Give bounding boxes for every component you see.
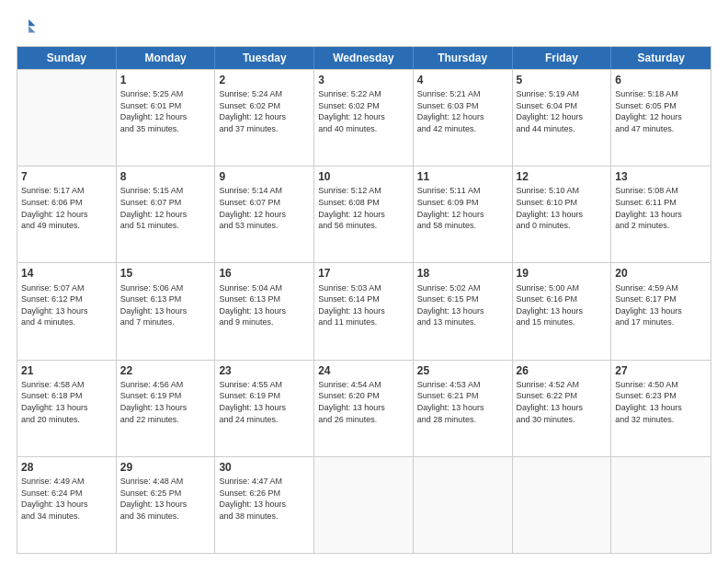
calendar-cell: 27Sunrise: 4:50 AM Sunset: 6:23 PM Dayli… [611,361,711,456]
day-info: Sunrise: 4:59 AM Sunset: 6:17 PM Dayligh… [615,282,707,328]
calendar-cell [611,457,711,553]
day-number: 24 [318,363,409,378]
calendar-cell: 18Sunrise: 5:02 AM Sunset: 6:15 PM Dayli… [414,263,513,359]
calendar-cell: 7Sunrise: 5:17 AM Sunset: 6:06 PM Daylig… [17,167,117,262]
day-info: Sunrise: 5:21 AM Sunset: 6:03 PM Dayligh… [417,88,508,134]
calendar-cell [17,70,117,166]
day-header-wednesday: Wednesday [314,47,414,69]
calendar-cell: 5Sunrise: 5:19 AM Sunset: 6:04 PM Daylig… [513,70,612,166]
day-info: Sunrise: 5:17 AM Sunset: 6:06 PM Dayligh… [21,185,112,231]
calendar-cell: 13Sunrise: 5:08 AM Sunset: 6:11 PM Dayli… [611,167,711,262]
svg-marker-0 [28,19,35,26]
calendar-cell: 8Sunrise: 5:15 AM Sunset: 6:07 PM Daylig… [117,167,216,262]
day-info: Sunrise: 4:55 AM Sunset: 6:19 PM Dayligh… [219,379,310,425]
day-info: Sunrise: 4:54 AM Sunset: 6:20 PM Dayligh… [318,379,409,425]
day-number: 3 [318,73,409,87]
calendar-cell [314,457,414,553]
calendar-cell: 28Sunrise: 4:49 AM Sunset: 6:24 PM Dayli… [17,457,117,553]
day-header-saturday: Saturday [611,47,711,69]
day-number: 1 [120,73,211,87]
day-number: 12 [517,169,608,184]
day-number: 16 [219,266,310,281]
day-info: Sunrise: 4:48 AM Sunset: 6:25 PM Dayligh… [120,476,211,522]
day-info: Sunrise: 5:11 AM Sunset: 6:09 PM Dayligh… [417,185,508,231]
day-number: 17 [318,266,409,281]
day-number: 10 [318,169,409,184]
day-number: 22 [120,363,211,378]
logo [17,17,40,37]
day-number: 5 [517,73,608,87]
day-number: 7 [21,169,112,184]
day-number: 26 [517,363,608,378]
calendar-week-1: 1Sunrise: 5:25 AM Sunset: 6:01 PM Daylig… [17,69,711,166]
day-header-tuesday: Tuesday [215,47,314,69]
day-number: 13 [615,169,707,184]
day-info: Sunrise: 4:52 AM Sunset: 6:22 PM Dayligh… [517,379,608,425]
svg-marker-1 [28,26,35,32]
day-header-monday: Monday [117,47,216,69]
day-info: Sunrise: 5:08 AM Sunset: 6:11 PM Dayligh… [615,185,707,231]
calendar-cell: 15Sunrise: 5:06 AM Sunset: 6:13 PM Dayli… [117,263,216,359]
calendar-cell: 12Sunrise: 5:10 AM Sunset: 6:10 PM Dayli… [513,167,612,262]
day-info: Sunrise: 4:49 AM Sunset: 6:24 PM Dayligh… [21,476,112,522]
day-number: 23 [219,363,310,378]
day-info: Sunrise: 5:25 AM Sunset: 6:01 PM Dayligh… [120,88,211,134]
day-info: Sunrise: 5:19 AM Sunset: 6:04 PM Dayligh… [517,88,608,134]
calendar-cell: 3Sunrise: 5:22 AM Sunset: 6:02 PM Daylig… [314,70,414,166]
calendar-week-4: 21Sunrise: 4:58 AM Sunset: 6:18 PM Dayli… [17,360,711,456]
calendar-cell: 6Sunrise: 5:18 AM Sunset: 6:05 PM Daylig… [611,70,711,166]
calendar-cell: 22Sunrise: 4:56 AM Sunset: 6:19 PM Dayli… [117,361,216,456]
day-number: 27 [615,363,707,378]
day-info: Sunrise: 5:04 AM Sunset: 6:13 PM Dayligh… [219,282,310,328]
day-number: 25 [417,363,508,378]
day-info: Sunrise: 5:00 AM Sunset: 6:16 PM Dayligh… [517,282,608,328]
day-info: Sunrise: 5:02 AM Sunset: 6:15 PM Dayligh… [417,282,508,328]
day-info: Sunrise: 4:47 AM Sunset: 6:26 PM Dayligh… [219,476,310,522]
calendar-week-5: 28Sunrise: 4:49 AM Sunset: 6:24 PM Dayli… [17,456,711,553]
page: SundayMondayTuesdayWednesdayThursdayFrid… [0,0,728,563]
calendar: SundayMondayTuesdayWednesdayThursdayFrid… [17,46,711,554]
day-info: Sunrise: 4:53 AM Sunset: 6:21 PM Dayligh… [417,379,508,425]
day-number: 2 [219,73,310,87]
day-info: Sunrise: 5:03 AM Sunset: 6:14 PM Dayligh… [318,282,409,328]
day-info: Sunrise: 5:06 AM Sunset: 6:13 PM Dayligh… [120,282,211,328]
day-info: Sunrise: 5:22 AM Sunset: 6:02 PM Dayligh… [318,88,409,134]
calendar-cell [414,457,513,553]
calendar-cell [513,457,612,553]
day-number: 20 [615,266,707,281]
calendar-cell: 17Sunrise: 5:03 AM Sunset: 6:14 PM Dayli… [314,263,414,359]
calendar-cell: 16Sunrise: 5:04 AM Sunset: 6:13 PM Dayli… [215,263,314,359]
calendar-cell: 23Sunrise: 4:55 AM Sunset: 6:19 PM Dayli… [215,361,314,456]
calendar-cell: 30Sunrise: 4:47 AM Sunset: 6:26 PM Dayli… [215,457,314,553]
calendar-cell: 1Sunrise: 5:25 AM Sunset: 6:01 PM Daylig… [117,70,216,166]
day-info: Sunrise: 5:18 AM Sunset: 6:05 PM Dayligh… [615,88,707,134]
calendar-cell: 19Sunrise: 5:00 AM Sunset: 6:16 PM Dayli… [513,263,612,359]
day-header-thursday: Thursday [414,47,513,69]
calendar-cell: 10Sunrise: 5:12 AM Sunset: 6:08 PM Dayli… [314,167,414,262]
calendar-cell: 4Sunrise: 5:21 AM Sunset: 6:03 PM Daylig… [414,70,513,166]
day-number: 9 [219,169,310,184]
day-header-friday: Friday [513,47,612,69]
calendar-header: SundayMondayTuesdayWednesdayThursdayFrid… [17,47,711,69]
calendar-cell: 2Sunrise: 5:24 AM Sunset: 6:02 PM Daylig… [215,70,314,166]
day-info: Sunrise: 5:14 AM Sunset: 6:07 PM Dayligh… [219,185,310,231]
calendar-body: 1Sunrise: 5:25 AM Sunset: 6:01 PM Daylig… [17,69,711,553]
day-number: 21 [21,363,112,378]
calendar-cell: 20Sunrise: 4:59 AM Sunset: 6:17 PM Dayli… [611,263,711,359]
day-number: 11 [417,169,508,184]
day-info: Sunrise: 5:12 AM Sunset: 6:08 PM Dayligh… [318,185,409,231]
header [17,17,711,37]
calendar-week-2: 7Sunrise: 5:17 AM Sunset: 6:06 PM Daylig… [17,166,711,262]
day-number: 18 [417,266,508,281]
day-number: 19 [517,266,608,281]
calendar-cell: 14Sunrise: 5:07 AM Sunset: 6:12 PM Dayli… [17,263,117,359]
day-info: Sunrise: 4:58 AM Sunset: 6:18 PM Dayligh… [21,379,112,425]
day-number: 15 [120,266,211,281]
calendar-cell: 26Sunrise: 4:52 AM Sunset: 6:22 PM Dayli… [513,361,612,456]
day-number: 28 [21,460,112,475]
logo-icon [17,17,37,37]
calendar-week-3: 14Sunrise: 5:07 AM Sunset: 6:12 PM Dayli… [17,262,711,359]
day-info: Sunrise: 5:10 AM Sunset: 6:10 PM Dayligh… [517,185,608,231]
day-number: 14 [21,266,112,281]
calendar-cell: 9Sunrise: 5:14 AM Sunset: 6:07 PM Daylig… [215,167,314,262]
